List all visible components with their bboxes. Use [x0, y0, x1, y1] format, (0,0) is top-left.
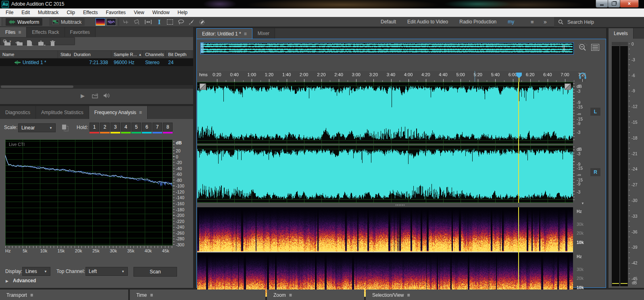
marquee-selection-tool[interactable]: [165, 19, 174, 25]
hold-button-1[interactable]: 1: [90, 123, 99, 133]
column-header-bit-depth[interactable]: Bit Depth: [166, 51, 192, 58]
splitter-grip[interactable]: [396, 204, 405, 206]
workspace-default[interactable]: Default: [375, 17, 402, 27]
panel-menu-icon[interactable]: ≡: [289, 292, 292, 298]
time-selection-range-tool[interactable]: [144, 19, 152, 25]
column-header-name[interactable]: Name: [0, 51, 58, 58]
loop-playback-icon[interactable]: [92, 93, 99, 98]
trash-icon[interactable]: [50, 40, 55, 46]
playhead-marker[interactable]: [516, 73, 522, 78]
close-button[interactable]: ×: [620, 0, 639, 8]
hold-button-4[interactable]: 4: [121, 123, 131, 133]
open-file-icon[interactable]: [4, 40, 11, 46]
workspace-edit-audio-to-video[interactable]: Edit Audio to Video: [402, 17, 454, 27]
timeline-ruler[interactable]: hms 0:200:401:001:201:402:002:202:403:00…: [197, 71, 586, 82]
zoom-out-icon[interactable]: [578, 43, 587, 52]
menu-file[interactable]: File: [2, 8, 17, 17]
tab-frequency-analysis[interactable]: Frequency Analysis≡: [89, 106, 148, 119]
scan-button[interactable]: Scan: [133, 267, 177, 277]
hold-button-6[interactable]: 6: [142, 123, 152, 133]
menu-view[interactable]: View: [130, 8, 148, 17]
menu-clip[interactable]: Clip: [63, 8, 79, 17]
waveform-view-button[interactable]: Waveform: [6, 18, 42, 26]
gain-hud-handle[interactable]: [200, 83, 206, 90]
tab-favorites[interactable]: Favorites: [65, 27, 96, 37]
import-file-icon[interactable]: [15, 40, 23, 46]
column-header-status[interactable]: Status: [58, 51, 71, 58]
workspace-radio-production[interactable]: Radio Production: [454, 17, 502, 27]
multitrack-view-button[interactable]: Multitrack: [49, 18, 85, 26]
display-dropdown[interactable]: Lines ▼: [22, 267, 50, 276]
advanced-expander-icon[interactable]: ▶: [6, 279, 8, 283]
tab-effects-rack[interactable]: Effects Rack: [27, 27, 65, 37]
time-selection-tool[interactable]: I: [155, 19, 164, 25]
menu-multitrack[interactable]: Multitrack: [34, 8, 63, 17]
overview-navigator[interactable]: [200, 42, 574, 54]
paintbrush-selection-tool[interactable]: [187, 19, 196, 25]
panel-menu-icon[interactable]: ≡: [18, 29, 21, 35]
restore-button[interactable]: [608, 0, 620, 8]
spectrogram-left-channel[interactable]: [197, 207, 573, 252]
panel-menu-icon[interactable]: ≡: [30, 292, 33, 298]
insert-into-multitrack-icon[interactable]: [38, 40, 46, 46]
overview-left-handle[interactable]: [201, 43, 204, 53]
left-channel-badge[interactable]: L: [590, 108, 600, 116]
files-hscrollbar-thumb[interactable]: [1, 85, 73, 88]
copy-to-clipboard-icon[interactable]: [61, 124, 69, 131]
menu-favorites[interactable]: Favorites: [102, 8, 130, 17]
workspace-my[interactable]: my: [502, 17, 520, 27]
tab-files[interactable]: Files≡: [0, 27, 27, 37]
menu-help[interactable]: Help: [173, 8, 192, 17]
file-row-untitled-1[interactable]: Untitled 1 *7:21.33896000 HzStereo24: [0, 58, 193, 66]
right-channel-badge[interactable]: R: [590, 168, 600, 176]
advanced-label[interactable]: Advanced: [13, 278, 36, 283]
toolbar-grip[interactable]: [0, 18, 2, 26]
waveform-right-channel[interactable]: [197, 145, 573, 203]
tab-editor-untitled-1[interactable]: Editor: Untitled 1 *≡: [196, 28, 252, 39]
panel-menu-icon[interactable]: ≡: [407, 292, 410, 298]
new-file-icon[interactable]: [27, 40, 33, 46]
column-header-sample-r[interactable]: Sample R...▲: [111, 51, 143, 58]
overview-right-handle[interactable]: [563, 45, 565, 51]
waveform-left-channel[interactable]: [197, 82, 573, 144]
spot-healing-brush-tool[interactable]: [198, 19, 206, 25]
hold-button-5[interactable]: 5: [131, 123, 141, 133]
menu-window[interactable]: Window: [148, 8, 174, 17]
spectral-display-toggle[interactable]: [96, 18, 105, 26]
menu-effects[interactable]: Effects: [79, 8, 102, 17]
scale-label-hz: Hz: [577, 209, 582, 214]
workspace-overflow-icon[interactable]: »: [544, 17, 547, 27]
headphone-monitor-icon[interactable]: [579, 72, 587, 79]
scale-dropdown[interactable]: Linear ▼: [18, 123, 56, 132]
auto-play-speaker-icon[interactable]: [103, 93, 110, 98]
hold-button-8[interactable]: 8: [163, 123, 173, 133]
workspace-menu-icon[interactable]: ≡: [531, 17, 534, 27]
panel-time: Time≡: [130, 290, 265, 300]
column-header-duration[interactable]: Duration: [71, 51, 111, 58]
panel-menu-icon[interactable]: ≡: [150, 292, 153, 298]
panel-menu-icon[interactable]: ≡: [139, 110, 142, 115]
preview-play-icon[interactable]: ▶: [81, 93, 85, 99]
menu-edit[interactable]: Edit: [17, 8, 34, 17]
tab-mixer[interactable]: Mixer: [252, 28, 275, 39]
panel-menu-icon[interactable]: ≡: [244, 31, 247, 37]
tab-diagnostics[interactable]: Diagnostics: [0, 106, 36, 119]
tab-levels[interactable]: Levels: [609, 28, 634, 39]
wave-spectral-splitter[interactable]: ▼: [197, 203, 605, 207]
minimize-button[interactable]: [596, 0, 608, 8]
overview-waveform-canvas[interactable]: [201, 43, 573, 53]
move-tool[interactable]: [121, 19, 130, 25]
hold-button-7[interactable]: 7: [152, 123, 162, 133]
slip-tool[interactable]: [132, 19, 141, 25]
column-header-channels[interactable]: Channels: [143, 51, 166, 58]
hold-button-2[interactable]: 2: [100, 123, 110, 133]
top-channel-dropdown[interactable]: Left ▼: [85, 267, 128, 276]
tab-amplitude-statistics[interactable]: Amplitude Statistics: [36, 106, 89, 119]
hold-button-3[interactable]: 3: [110, 123, 120, 133]
gain-hud-handle-right[interactable]: [565, 83, 571, 90]
editor-list-menu-icon[interactable]: [591, 44, 599, 51]
lasso-selection-tool[interactable]: [177, 19, 185, 25]
scale-collapse-icon[interactable]: ▼: [581, 202, 584, 205]
waveform-display-toggle[interactable]: [106, 18, 116, 26]
search-help-input[interactable]: [567, 19, 629, 25]
